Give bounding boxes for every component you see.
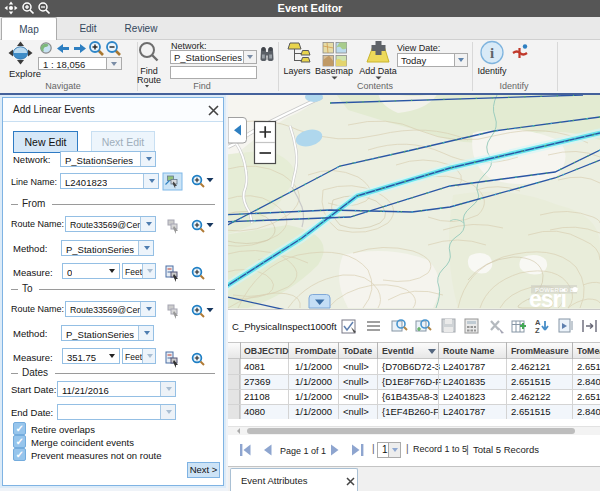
svg-text:{61B435A8-3: {61B435A8-3 (382, 391, 438, 402)
svg-text:Page 1 of 1: Page 1 of 1 (280, 446, 326, 456)
svg-text:ToDate: ToDate (343, 346, 372, 356)
svg-text:FromMeasure: FromMeasure (511, 346, 569, 356)
svg-text:{D1E8F76D-F: {D1E8F76D-F (382, 376, 441, 387)
svg-text:27369: 27369 (244, 376, 270, 387)
svg-text:2.462122: 2.462122 (511, 391, 551, 402)
svg-text:<null>: <null> (343, 361, 369, 372)
svg-text:21108: 21108 (244, 391, 270, 402)
svg-text:L2401787: L2401787 (443, 361, 485, 372)
svg-text:2.8409: 2.8409 (577, 376, 600, 387)
svg-text:4081: 4081 (244, 361, 265, 372)
svg-text:ToMea: ToMea (577, 346, 600, 356)
svg-text:4080: 4080 (244, 406, 265, 417)
svg-text:OBJECTID: OBJECTID (244, 346, 288, 356)
svg-text:L2401787: L2401787 (443, 406, 485, 417)
svg-text:<null>: <null> (343, 406, 369, 417)
svg-text:EventId: EventId (382, 346, 414, 356)
svg-text:1/1/2000: 1/1/2000 (295, 391, 332, 402)
svg-text:2.651515: 2.651515 (511, 406, 551, 417)
svg-text:Z: Z (535, 326, 540, 335)
svg-text:1/1/2000: 1/1/2000 (295, 376, 332, 387)
svg-text:L2401823: L2401823 (443, 391, 485, 402)
svg-text:2.462121: 2.462121 (511, 361, 551, 372)
svg-text:i: i (490, 45, 494, 61)
svg-text:{D70B6D72-3: {D70B6D72-3 (382, 361, 440, 372)
svg-text:2.8409: 2.8409 (577, 406, 600, 417)
svg-text:{1EF4B260-F: {1EF4B260-F (382, 406, 439, 417)
svg-text:1/1/2000: 1/1/2000 (295, 361, 332, 372)
svg-text:<null>: <null> (343, 391, 369, 402)
svg-text:<null>: <null> (343, 376, 369, 387)
svg-text:esri: esri (529, 286, 566, 310)
svg-text:2.6515: 2.6515 (577, 391, 600, 402)
svg-text:L2401835: L2401835 (443, 376, 485, 387)
svg-text:1/1/2000: 1/1/2000 (295, 406, 332, 417)
svg-text:Route Name: Route Name (443, 346, 494, 356)
svg-text:2.6515: 2.6515 (577, 361, 600, 372)
svg-text:2.651515: 2.651515 (511, 376, 551, 387)
svg-text:FromDate: FromDate (295, 346, 336, 356)
